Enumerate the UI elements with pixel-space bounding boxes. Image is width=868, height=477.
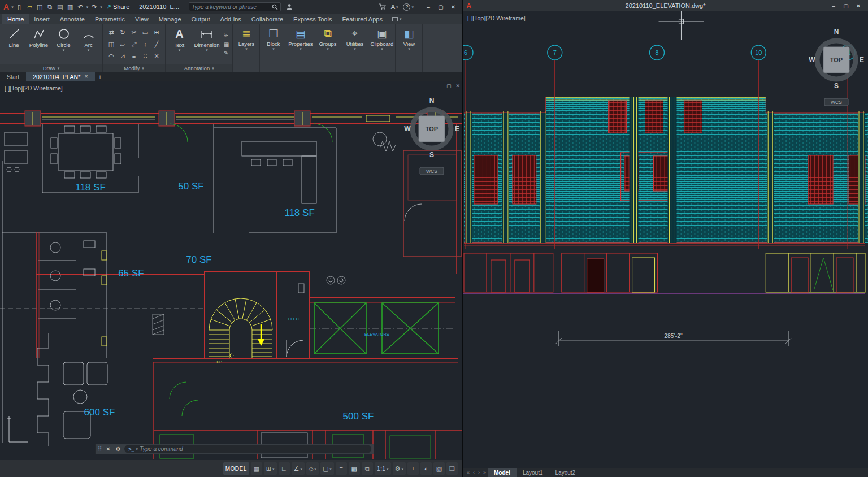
- drawing-canvas-elevation[interactable]: 285'-2" 6 7 8 10 11 [-][Top][2D Wire: [463, 11, 868, 468]
- file-tab-plan[interactable]: 20210104_PLAN* ✕: [26, 72, 95, 81]
- door-swing[interactable]: [287, 340, 303, 357]
- doc-close-icon[interactable]: ✕: [455, 83, 460, 89]
- selection-cycling-icon[interactable]: ⧉: [362, 462, 373, 475]
- file-tab-start[interactable]: Start: [0, 72, 26, 81]
- app-logo[interactable]: A: [3, 2, 10, 11]
- view-panel-button[interactable]: ◧ View ▾: [396, 24, 423, 72]
- draw-panel-label[interactable]: Draw ▾: [0, 64, 102, 72]
- utilities-panel-button[interactable]: ⌖ Utilities ▾: [341, 24, 368, 72]
- chevron-down-icon[interactable]: ▾: [86, 5, 89, 9]
- ribbon-display-toggle[interactable]: ▾: [388, 14, 406, 24]
- share-button[interactable]: ↗ Share: [106, 3, 130, 11]
- polyline-tool-button[interactable]: Polyline: [27, 25, 51, 63]
- stretch-icon[interactable]: ⤢: [132, 41, 137, 48]
- markup-icon[interactable]: ✎: [224, 50, 229, 56]
- help-icon[interactable]: ?▾: [403, 3, 414, 11]
- close-tab-icon[interactable]: ✕: [84, 74, 88, 79]
- new-tab-button[interactable]: +: [95, 72, 105, 81]
- chamfer-icon[interactable]: ⊿: [120, 53, 125, 60]
- redo-icon[interactable]: ↷: [90, 3, 98, 11]
- stair-block-walls[interactable]: [36, 123, 458, 362]
- close-button[interactable]: ✕: [852, 0, 865, 11]
- move-icon[interactable]: ⇄: [108, 29, 114, 36]
- floor-plan-drawing[interactable]: 118 SF 50 SF 118 SF 70 SF 65 SF 600 SF 5…: [0, 81, 462, 460]
- ribbon-tab-view[interactable]: View: [130, 14, 154, 24]
- layers-panel-button[interactable]: ≣ Layers ▾: [233, 24, 260, 72]
- storefront[interactable]: [464, 253, 865, 292]
- scale-icon[interactable]: ↕: [144, 41, 147, 47]
- viewcube-north[interactable]: N: [834, 28, 839, 36]
- ribbon-tab-addins[interactable]: Add-ins: [215, 14, 246, 24]
- ribbon-tab-home[interactable]: Home: [2, 14, 29, 24]
- rotate-icon[interactable]: ↻: [120, 29, 125, 36]
- arc-tool-button[interactable]: Arc ▾: [76, 25, 101, 63]
- ribbon-tab-insert[interactable]: Insert: [29, 14, 55, 24]
- tab-model[interactable]: Model: [488, 468, 517, 477]
- block-panel-button[interactable]: ❒ Block ▾: [260, 24, 287, 72]
- workspace-icon[interactable]: ⚙▾: [393, 462, 406, 475]
- copy-icon[interactable]: ◫: [108, 41, 114, 48]
- osnap-icon[interactable]: ▢▾: [320, 462, 334, 475]
- fillet-icon[interactable]: ◠: [108, 53, 114, 60]
- next-layout-icon[interactable]: ›: [476, 470, 481, 475]
- maximize-button[interactable]: ▢: [840, 0, 852, 11]
- drawing-canvas-plan[interactable]: 118 SF 50 SF 118 SF 70 SF 65 SF 600 SF 5…: [0, 81, 462, 460]
- viewcube-south[interactable]: S: [429, 151, 434, 159]
- ribbon-tab-manage[interactable]: Manage: [154, 14, 186, 24]
- last-layout-icon[interactable]: »: [481, 470, 488, 475]
- text-tool-button[interactable]: A Text ▾: [167, 25, 192, 63]
- stair-direction-arrow[interactable]: [258, 324, 264, 346]
- new-file-icon[interactable]: ▯: [15, 3, 24, 11]
- annotation-scale-button[interactable]: 1:1▾: [375, 462, 391, 475]
- ortho-icon[interactable]: ∟: [279, 462, 290, 475]
- mirror-icon[interactable]: ▱: [120, 41, 125, 48]
- viewcube[interactable]: N W E S TOP WCS: [807, 21, 866, 112]
- viewcube-south[interactable]: S: [834, 82, 839, 90]
- viewport-controls[interactable]: [-][Top][2D Wireframe]: [5, 85, 63, 92]
- search-icon[interactable]: [272, 4, 278, 10]
- minimize-button[interactable]: –: [827, 0, 840, 11]
- viewcube-west[interactable]: W: [404, 125, 411, 133]
- clean-screen-icon[interactable]: ❏: [446, 462, 458, 475]
- corridor-walls[interactable]: [0, 111, 462, 142]
- close-button[interactable]: ✕: [447, 1, 459, 12]
- restroom-wall[interactable]: [36, 232, 39, 358]
- ribbon-tab-express-tools[interactable]: Express Tools: [288, 14, 337, 24]
- print-icon[interactable]: ▤: [56, 3, 64, 11]
- save-icon[interactable]: ◫: [36, 3, 44, 11]
- chevron-down-icon[interactable]: ▾: [136, 447, 138, 451]
- doc-restore-icon[interactable]: ▢: [446, 83, 452, 89]
- properties-panel-button[interactable]: ▤ Properties ▾: [287, 24, 314, 72]
- table-icon[interactable]: ▦: [224, 41, 229, 47]
- ribbon-tab-featured-apps[interactable]: Featured Apps: [337, 14, 388, 24]
- restrooms[interactable]: [2, 132, 106, 443]
- erase-icon[interactable]: ▭: [142, 29, 148, 36]
- sign-in-person-icon[interactable]: [286, 3, 293, 10]
- drag-handle[interactable]: ⠿: [98, 446, 102, 452]
- dimension-tool-button[interactable]: Dimension ▾: [192, 25, 222, 63]
- isodraft-icon[interactable]: ◇▾: [306, 462, 319, 475]
- graphics-performance-icon[interactable]: ▧: [433, 462, 445, 475]
- polar-tracking-icon[interactable]: ∠▾: [292, 462, 305, 475]
- break-icon[interactable]: ✕: [154, 53, 159, 60]
- circle-tool-button[interactable]: Circle ▾: [51, 25, 76, 63]
- model-space-button[interactable]: MODEL: [223, 462, 249, 475]
- ribbon-tab-collaborate[interactable]: Collaborate: [246, 14, 288, 24]
- app-store-cart-icon[interactable]: [379, 3, 386, 10]
- chevron-down-icon[interactable]: ▾: [100, 5, 102, 9]
- prev-layout-icon[interactable]: ‹: [471, 470, 476, 475]
- open-file-icon[interactable]: ▱: [25, 3, 34, 11]
- snap-icon[interactable]: ⊞▾: [264, 462, 277, 475]
- offset-icon[interactable]: ╱: [155, 41, 159, 48]
- command-input[interactable]: [140, 446, 367, 452]
- search-input[interactable]: [192, 4, 270, 10]
- first-layout-icon[interactable]: «: [465, 470, 471, 475]
- minimize-button[interactable]: –: [422, 1, 435, 12]
- lineweight-icon[interactable]: ≡: [336, 462, 347, 475]
- groups-panel-button[interactable]: ⧉ Groups ▾: [314, 24, 341, 72]
- undo-icon[interactable]: ↶: [76, 3, 85, 11]
- maximize-button[interactable]: ▢: [435, 1, 447, 12]
- annotation-monitor-icon[interactable]: +: [407, 462, 419, 475]
- join-icon[interactable]: ∷: [144, 53, 147, 60]
- office-room[interactable]: [214, 124, 336, 233]
